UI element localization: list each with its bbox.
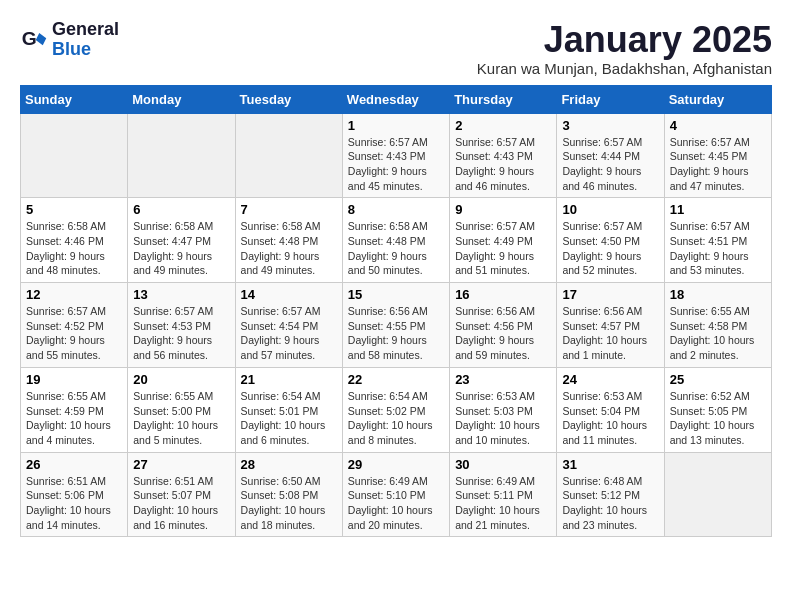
day-number: 20 bbox=[133, 372, 229, 387]
day-number: 1 bbox=[348, 118, 444, 133]
weekday-header-row: SundayMondayTuesdayWednesdayThursdayFrid… bbox=[21, 85, 772, 113]
calendar-cell: 5Sunrise: 6:58 AM Sunset: 4:46 PM Daylig… bbox=[21, 198, 128, 283]
day-number: 21 bbox=[241, 372, 337, 387]
day-number: 27 bbox=[133, 457, 229, 472]
calendar-cell: 9Sunrise: 6:57 AM Sunset: 4:49 PM Daylig… bbox=[450, 198, 557, 283]
day-number: 28 bbox=[241, 457, 337, 472]
day-number: 19 bbox=[26, 372, 122, 387]
calendar-week-3: 12Sunrise: 6:57 AM Sunset: 4:52 PM Dayli… bbox=[21, 283, 772, 368]
calendar-cell: 11Sunrise: 6:57 AM Sunset: 4:51 PM Dayli… bbox=[664, 198, 771, 283]
svg-text:G: G bbox=[22, 28, 37, 49]
calendar-week-5: 26Sunrise: 6:51 AM Sunset: 5:06 PM Dayli… bbox=[21, 452, 772, 537]
calendar-cell: 7Sunrise: 6:58 AM Sunset: 4:48 PM Daylig… bbox=[235, 198, 342, 283]
day-number: 4 bbox=[670, 118, 766, 133]
calendar-cell: 31Sunrise: 6:48 AM Sunset: 5:12 PM Dayli… bbox=[557, 452, 664, 537]
calendar-table: SundayMondayTuesdayWednesdayThursdayFrid… bbox=[20, 85, 772, 538]
calendar-cell bbox=[128, 113, 235, 198]
calendar-cell: 21Sunrise: 6:54 AM Sunset: 5:01 PM Dayli… bbox=[235, 367, 342, 452]
calendar-cell bbox=[664, 452, 771, 537]
day-number: 25 bbox=[670, 372, 766, 387]
day-info: Sunrise: 6:53 AM Sunset: 5:04 PM Dayligh… bbox=[562, 389, 658, 448]
calendar-cell: 4Sunrise: 6:57 AM Sunset: 4:45 PM Daylig… bbox=[664, 113, 771, 198]
day-number: 31 bbox=[562, 457, 658, 472]
weekday-header-monday: Monday bbox=[128, 85, 235, 113]
day-info: Sunrise: 6:54 AM Sunset: 5:02 PM Dayligh… bbox=[348, 389, 444, 448]
day-info: Sunrise: 6:51 AM Sunset: 5:06 PM Dayligh… bbox=[26, 474, 122, 533]
day-info: Sunrise: 6:52 AM Sunset: 5:05 PM Dayligh… bbox=[670, 389, 766, 448]
day-number: 17 bbox=[562, 287, 658, 302]
calendar-cell: 28Sunrise: 6:50 AM Sunset: 5:08 PM Dayli… bbox=[235, 452, 342, 537]
day-number: 2 bbox=[455, 118, 551, 133]
day-number: 15 bbox=[348, 287, 444, 302]
calendar-cell bbox=[21, 113, 128, 198]
calendar-cell: 15Sunrise: 6:56 AM Sunset: 4:55 PM Dayli… bbox=[342, 283, 449, 368]
day-info: Sunrise: 6:48 AM Sunset: 5:12 PM Dayligh… bbox=[562, 474, 658, 533]
day-info: Sunrise: 6:53 AM Sunset: 5:03 PM Dayligh… bbox=[455, 389, 551, 448]
day-number: 22 bbox=[348, 372, 444, 387]
day-info: Sunrise: 6:57 AM Sunset: 4:53 PM Dayligh… bbox=[133, 304, 229, 363]
calendar-cell: 19Sunrise: 6:55 AM Sunset: 4:59 PM Dayli… bbox=[21, 367, 128, 452]
calendar-cell: 16Sunrise: 6:56 AM Sunset: 4:56 PM Dayli… bbox=[450, 283, 557, 368]
calendar-cell: 24Sunrise: 6:53 AM Sunset: 5:04 PM Dayli… bbox=[557, 367, 664, 452]
logo-icon: G bbox=[20, 26, 48, 54]
calendar-cell: 30Sunrise: 6:49 AM Sunset: 5:11 PM Dayli… bbox=[450, 452, 557, 537]
day-number: 6 bbox=[133, 202, 229, 217]
day-info: Sunrise: 6:55 AM Sunset: 4:58 PM Dayligh… bbox=[670, 304, 766, 363]
day-info: Sunrise: 6:58 AM Sunset: 4:46 PM Dayligh… bbox=[26, 219, 122, 278]
day-info: Sunrise: 6:55 AM Sunset: 4:59 PM Dayligh… bbox=[26, 389, 122, 448]
page-header: G General Blue January 2025 Kuran wa Mun… bbox=[20, 20, 772, 77]
day-info: Sunrise: 6:57 AM Sunset: 4:50 PM Dayligh… bbox=[562, 219, 658, 278]
day-info: Sunrise: 6:57 AM Sunset: 4:49 PM Dayligh… bbox=[455, 219, 551, 278]
day-info: Sunrise: 6:49 AM Sunset: 5:10 PM Dayligh… bbox=[348, 474, 444, 533]
day-info: Sunrise: 6:57 AM Sunset: 4:54 PM Dayligh… bbox=[241, 304, 337, 363]
calendar-cell: 2Sunrise: 6:57 AM Sunset: 4:43 PM Daylig… bbox=[450, 113, 557, 198]
day-info: Sunrise: 6:57 AM Sunset: 4:44 PM Dayligh… bbox=[562, 135, 658, 194]
calendar-cell: 10Sunrise: 6:57 AM Sunset: 4:50 PM Dayli… bbox=[557, 198, 664, 283]
day-number: 5 bbox=[26, 202, 122, 217]
day-number: 16 bbox=[455, 287, 551, 302]
month-title: January 2025 bbox=[477, 20, 772, 60]
day-info: Sunrise: 6:54 AM Sunset: 5:01 PM Dayligh… bbox=[241, 389, 337, 448]
calendar-cell: 23Sunrise: 6:53 AM Sunset: 5:03 PM Dayli… bbox=[450, 367, 557, 452]
calendar-cell: 29Sunrise: 6:49 AM Sunset: 5:10 PM Dayli… bbox=[342, 452, 449, 537]
day-number: 7 bbox=[241, 202, 337, 217]
day-info: Sunrise: 6:58 AM Sunset: 4:48 PM Dayligh… bbox=[348, 219, 444, 278]
weekday-header-saturday: Saturday bbox=[664, 85, 771, 113]
calendar-cell: 25Sunrise: 6:52 AM Sunset: 5:05 PM Dayli… bbox=[664, 367, 771, 452]
day-info: Sunrise: 6:50 AM Sunset: 5:08 PM Dayligh… bbox=[241, 474, 337, 533]
day-info: Sunrise: 6:56 AM Sunset: 4:57 PM Dayligh… bbox=[562, 304, 658, 363]
calendar-cell: 6Sunrise: 6:58 AM Sunset: 4:47 PM Daylig… bbox=[128, 198, 235, 283]
day-number: 10 bbox=[562, 202, 658, 217]
calendar-cell: 17Sunrise: 6:56 AM Sunset: 4:57 PM Dayli… bbox=[557, 283, 664, 368]
day-info: Sunrise: 6:57 AM Sunset: 4:52 PM Dayligh… bbox=[26, 304, 122, 363]
weekday-header-wednesday: Wednesday bbox=[342, 85, 449, 113]
calendar-cell: 1Sunrise: 6:57 AM Sunset: 4:43 PM Daylig… bbox=[342, 113, 449, 198]
day-number: 26 bbox=[26, 457, 122, 472]
title-block: January 2025 Kuran wa Munjan, Badakhshan… bbox=[477, 20, 772, 77]
day-number: 14 bbox=[241, 287, 337, 302]
day-info: Sunrise: 6:55 AM Sunset: 5:00 PM Dayligh… bbox=[133, 389, 229, 448]
day-info: Sunrise: 6:56 AM Sunset: 4:55 PM Dayligh… bbox=[348, 304, 444, 363]
calendar-cell: 13Sunrise: 6:57 AM Sunset: 4:53 PM Dayli… bbox=[128, 283, 235, 368]
day-info: Sunrise: 6:58 AM Sunset: 4:47 PM Dayligh… bbox=[133, 219, 229, 278]
day-number: 23 bbox=[455, 372, 551, 387]
calendar-cell: 14Sunrise: 6:57 AM Sunset: 4:54 PM Dayli… bbox=[235, 283, 342, 368]
day-number: 9 bbox=[455, 202, 551, 217]
day-number: 12 bbox=[26, 287, 122, 302]
day-info: Sunrise: 6:57 AM Sunset: 4:45 PM Dayligh… bbox=[670, 135, 766, 194]
weekday-header-sunday: Sunday bbox=[21, 85, 128, 113]
day-info: Sunrise: 6:57 AM Sunset: 4:43 PM Dayligh… bbox=[455, 135, 551, 194]
calendar-cell: 20Sunrise: 6:55 AM Sunset: 5:00 PM Dayli… bbox=[128, 367, 235, 452]
day-number: 13 bbox=[133, 287, 229, 302]
calendar-cell: 12Sunrise: 6:57 AM Sunset: 4:52 PM Dayli… bbox=[21, 283, 128, 368]
day-info: Sunrise: 6:57 AM Sunset: 4:51 PM Dayligh… bbox=[670, 219, 766, 278]
day-info: Sunrise: 6:51 AM Sunset: 5:07 PM Dayligh… bbox=[133, 474, 229, 533]
day-info: Sunrise: 6:49 AM Sunset: 5:11 PM Dayligh… bbox=[455, 474, 551, 533]
weekday-header-tuesday: Tuesday bbox=[235, 85, 342, 113]
calendar-week-4: 19Sunrise: 6:55 AM Sunset: 4:59 PM Dayli… bbox=[21, 367, 772, 452]
day-info: Sunrise: 6:58 AM Sunset: 4:48 PM Dayligh… bbox=[241, 219, 337, 278]
calendar-cell: 3Sunrise: 6:57 AM Sunset: 4:44 PM Daylig… bbox=[557, 113, 664, 198]
calendar-cell bbox=[235, 113, 342, 198]
calendar-cell: 8Sunrise: 6:58 AM Sunset: 4:48 PM Daylig… bbox=[342, 198, 449, 283]
calendar-cell: 26Sunrise: 6:51 AM Sunset: 5:06 PM Dayli… bbox=[21, 452, 128, 537]
